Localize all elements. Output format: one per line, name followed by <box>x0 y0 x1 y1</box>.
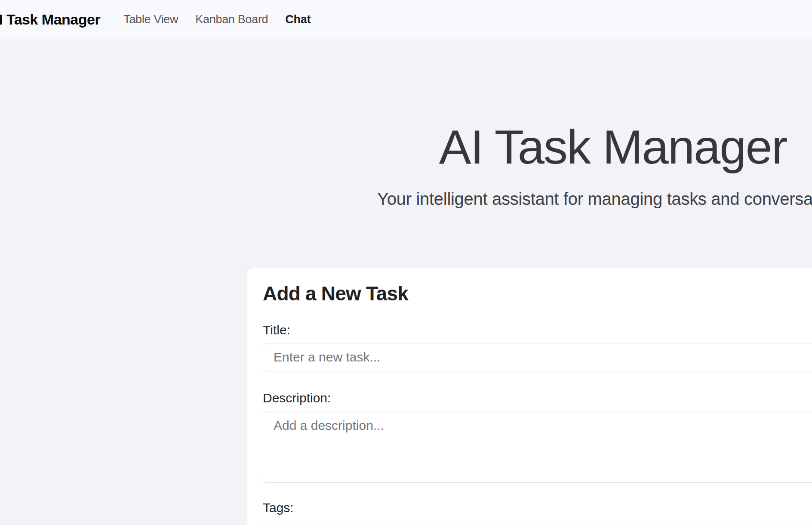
add-task-card: Add a New Task Title: Description: Tags: <box>247 268 812 525</box>
brand-logo[interactable]: AI Task Manager <box>0 11 100 28</box>
page-title: AI Task Manager <box>247 118 812 176</box>
hero-section: AI Task Manager Your intelligent assista… <box>247 118 812 209</box>
main-content: AI Task Manager Your intelligent assista… <box>247 118 812 525</box>
tags-input[interactable] <box>263 521 812 525</box>
tags-label: Tags: <box>263 500 812 516</box>
description-label: Description: <box>263 390 812 406</box>
nav-links: Table View Kanban Board Chat <box>123 13 311 26</box>
description-input[interactable] <box>263 411 812 483</box>
nav-link-table-view[interactable]: Table View <box>123 13 178 26</box>
add-task-heading: Add a New Task <box>263 282 812 305</box>
nav-link-kanban-board[interactable]: Kanban Board <box>195 13 268 26</box>
page-subtitle: Your intelligent assistant for managing … <box>247 189 812 209</box>
top-navbar: AI Task Manager Table View Kanban Board … <box>0 0 812 39</box>
title-input[interactable] <box>263 343 812 371</box>
nav-link-chat[interactable]: Chat <box>285 13 311 26</box>
title-label: Title: <box>263 322 812 338</box>
